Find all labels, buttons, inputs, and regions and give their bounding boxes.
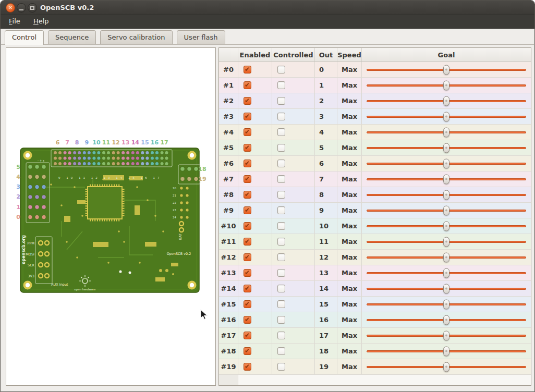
controlled-checkbox[interactable] <box>277 191 285 199</box>
controlled-checkbox[interactable] <box>277 113 285 120</box>
goal-slider[interactable] <box>362 78 531 93</box>
pcb-pad <box>63 156 67 160</box>
goal-slider-handle[interactable] <box>443 127 449 137</box>
controlled-checkbox[interactable] <box>277 97 285 105</box>
close-button[interactable]: ✕ <box>6 3 15 13</box>
controlled-checkbox[interactable] <box>277 332 285 339</box>
goal-slider-handle[interactable] <box>443 284 449 293</box>
controlled-checkbox[interactable] <box>277 347 285 355</box>
minimize-button[interactable] <box>17 3 26 13</box>
goal-slider[interactable] <box>362 344 531 359</box>
tab-user-flash[interactable]: User flash <box>177 30 225 44</box>
tab-sequence[interactable]: Sequence <box>48 30 96 44</box>
enabled-checkbox[interactable] <box>244 253 251 261</box>
row-label: #1 <box>223 81 234 89</box>
enabled-checkbox[interactable] <box>244 222 251 230</box>
pcb-channel-number: 6 <box>56 139 60 146</box>
controlled-checkbox[interactable] <box>277 316 285 324</box>
goal-slider-handle[interactable] <box>443 315 449 325</box>
goal-slider-handle[interactable] <box>443 96 449 106</box>
controlled-checkbox[interactable] <box>277 144 285 152</box>
goal-slider-handle[interactable] <box>443 268 449 278</box>
enabled-checkbox[interactable] <box>244 363 251 371</box>
goal-slider[interactable] <box>362 234 531 249</box>
controlled-checkbox[interactable] <box>277 175 285 183</box>
controlled-checkbox[interactable] <box>277 300 285 308</box>
goal-slider[interactable] <box>362 250 531 265</box>
enabled-checkbox[interactable] <box>244 347 251 355</box>
controlled-checkbox[interactable] <box>277 269 285 277</box>
enabled-checkbox[interactable] <box>244 160 251 167</box>
tab-control[interactable]: Control <box>5 30 44 45</box>
enabled-checkbox[interactable] <box>244 66 251 74</box>
menu-help[interactable]: Help <box>28 15 54 27</box>
controlled-checkbox[interactable] <box>277 238 285 246</box>
goal-slider-handle[interactable] <box>443 80 449 90</box>
tab-servo-calibration[interactable]: Servo calibration <box>100 30 172 44</box>
goal-slider[interactable] <box>362 125 531 140</box>
enabled-checkbox[interactable] <box>244 113 251 120</box>
enabled-checkbox[interactable] <box>244 191 251 199</box>
enabled-checkbox[interactable] <box>244 81 251 89</box>
table-row: #15 15 Max <box>219 297 531 312</box>
goal-slider[interactable] <box>362 62 531 77</box>
goal-slider[interactable] <box>362 203 531 218</box>
enabled-checkbox[interactable] <box>244 97 251 105</box>
goal-slider-handle[interactable] <box>443 346 449 356</box>
pcb-pad <box>92 162 96 165</box>
goal-slider-handle[interactable] <box>443 252 449 262</box>
enabled-checkbox[interactable] <box>244 175 251 183</box>
goal-slider-handle[interactable] <box>443 65 449 75</box>
titlebar[interactable]: ✕ OpenSCB v0.2 <box>1 1 534 15</box>
goal-slider-handle[interactable] <box>443 112 449 121</box>
pcb-pad <box>136 162 139 165</box>
controlled-checkbox[interactable] <box>277 285 285 292</box>
goal-slider[interactable] <box>362 297 531 312</box>
goal-slider-handle[interactable] <box>443 174 449 184</box>
goal-slider[interactable] <box>362 218 531 234</box>
goal-slider[interactable] <box>362 156 531 171</box>
controlled-checkbox[interactable] <box>277 81 285 89</box>
goal-slider[interactable] <box>362 187 531 202</box>
header-speed: Speed <box>337 48 362 62</box>
goal-slider[interactable] <box>362 359 531 374</box>
goal-slider[interactable] <box>362 140 531 155</box>
controlled-checkbox[interactable] <box>277 253 285 261</box>
pcb-pad <box>186 187 189 190</box>
goal-slider-handle[interactable] <box>443 362 449 372</box>
controlled-checkbox[interactable] <box>277 66 285 74</box>
controlled-checkbox[interactable] <box>277 206 285 214</box>
goal-slider-handle[interactable] <box>443 158 449 168</box>
menu-file[interactable]: File <box>4 15 26 27</box>
enabled-checkbox[interactable] <box>244 238 251 246</box>
enabled-checkbox[interactable] <box>244 285 251 292</box>
goal-slider[interactable] <box>362 328 531 343</box>
goal-slider[interactable] <box>362 172 531 187</box>
goal-slider[interactable] <box>362 109 531 124</box>
controlled-checkbox[interactable] <box>277 222 285 230</box>
goal-slider-handle[interactable] <box>443 190 449 200</box>
controlled-checkbox[interactable] <box>277 363 285 371</box>
enabled-checkbox[interactable] <box>244 332 251 339</box>
goal-slider[interactable] <box>362 265 531 280</box>
enabled-checkbox[interactable] <box>244 144 251 152</box>
enabled-checkbox[interactable] <box>244 300 251 308</box>
goal-slider-handle[interactable] <box>443 221 449 231</box>
controlled-checkbox[interactable] <box>277 128 285 136</box>
row-label-cell: #13 <box>219 265 238 280</box>
goal-slider[interactable] <box>362 312 531 327</box>
enabled-checkbox[interactable] <box>244 316 251 324</box>
goal-slider-handle[interactable] <box>443 205 449 215</box>
goal-slider-handle[interactable] <box>443 330 449 340</box>
maximize-button[interactable] <box>28 3 37 13</box>
enabled-checkbox[interactable] <box>244 128 251 136</box>
goal-slider[interactable] <box>362 281 531 296</box>
goal-slider[interactable] <box>362 93 531 108</box>
goal-slider-handle[interactable] <box>443 237 449 247</box>
goal-slider-handle[interactable] <box>443 143 449 153</box>
enabled-checkbox[interactable] <box>244 206 251 214</box>
goal-slider-handle[interactable] <box>443 299 449 309</box>
enabled-checkbox[interactable] <box>244 269 251 277</box>
enabled-cell <box>238 328 272 343</box>
controlled-checkbox[interactable] <box>277 160 285 167</box>
